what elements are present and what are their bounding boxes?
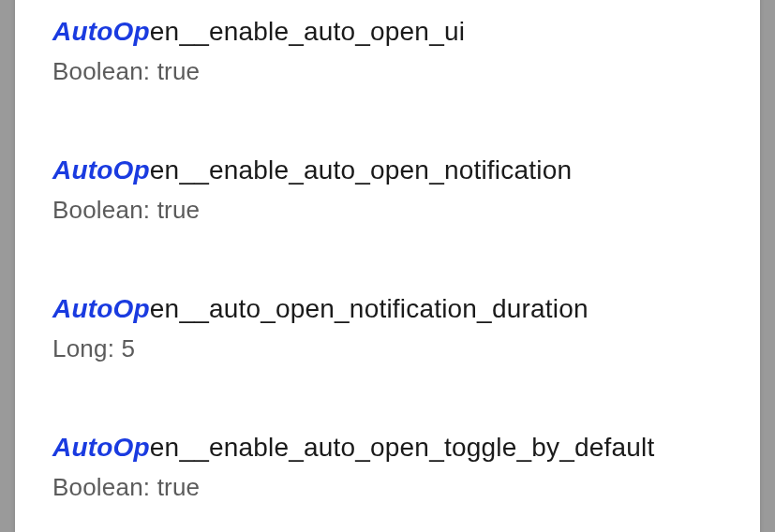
- setting-row[interactable]: AutoOpen__enable_auto_open_notification …: [52, 127, 723, 244]
- setting-row[interactable]: AutoOpen__auto_open_notification_duratio…: [52, 266, 723, 382]
- search-match-highlight: AutoOp: [52, 433, 150, 462]
- row-gap: [52, 105, 723, 127]
- search-match-highlight: AutoOp: [52, 17, 150, 46]
- setting-value: Boolean: true: [52, 196, 723, 225]
- setting-type-prefix: Boolean:: [52, 57, 157, 85]
- setting-value-text: true: [157, 473, 201, 501]
- setting-value: Long: 5: [52, 334, 723, 363]
- setting-value-text: true: [157, 57, 201, 85]
- setting-row[interactable]: AutoOpen__enable_auto_open_toggle_by_def…: [52, 405, 723, 521]
- search-match-highlight: AutoOp: [52, 294, 150, 323]
- setting-type-prefix: Long:: [52, 334, 122, 362]
- settings-panel: AutoOpen__enable_auto_open_ui Boolean: t…: [15, 0, 760, 532]
- setting-key: AutoOpen__enable_auto_open_ui: [52, 15, 723, 48]
- setting-key-rest: en__auto_open_notification_duration: [150, 294, 589, 323]
- setting-value: Boolean: true: [52, 57, 723, 86]
- settings-list: AutoOpen__enable_auto_open_ui Boolean: t…: [52, 0, 723, 521]
- setting-key-rest: en__enable_auto_open_ui: [150, 17, 465, 46]
- setting-key: AutoOpen__enable_auto_open_notification: [52, 154, 723, 186]
- setting-key-rest: en__enable_auto_open_toggle_by_default: [150, 433, 655, 462]
- setting-type-prefix: Boolean:: [52, 473, 157, 501]
- setting-type-prefix: Boolean:: [52, 196, 157, 224]
- setting-key: AutoOpen__auto_open_notification_duratio…: [52, 292, 723, 325]
- setting-value-text: 5: [122, 334, 136, 362]
- search-match-highlight: AutoOp: [52, 155, 150, 185]
- setting-key: AutoOpen__enable_auto_open_toggle_by_def…: [52, 431, 723, 464]
- setting-row[interactable]: AutoOpen__enable_auto_open_ui Boolean: t…: [52, 0, 723, 105]
- setting-key-rest: en__enable_auto_open_notification: [150, 155, 572, 185]
- setting-value-text: true: [157, 196, 201, 224]
- setting-value: Boolean: true: [52, 473, 723, 502]
- row-gap: [52, 244, 723, 266]
- row-gap: [52, 382, 723, 405]
